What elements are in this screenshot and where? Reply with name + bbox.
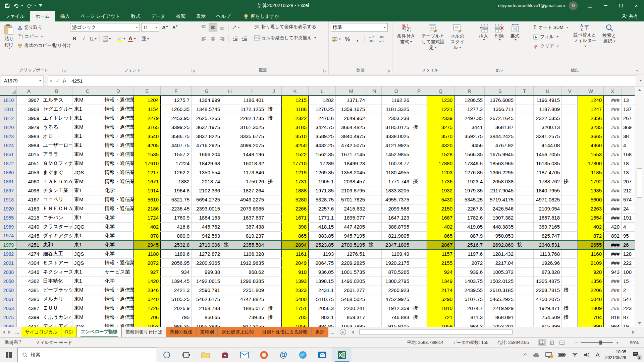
cell[interactable] xyxy=(411,150,427,159)
column-header-J[interactable]: J xyxy=(266,86,282,96)
cell[interactable]: 4060 xyxy=(17,177,41,186)
cell[interactable]: ### xyxy=(604,150,622,159)
cell[interactable]: 4245 xyxy=(17,231,41,240)
cell[interactable]: 1885.017 xyxy=(238,304,266,313)
cell[interactable]: 2453.95 xyxy=(161,114,192,123)
cell[interactable]: 5610 xyxy=(134,195,161,204)
cell[interactable]: ### xyxy=(604,177,622,186)
cell[interactable]: 13 xyxy=(622,168,635,177)
cell[interactable]: 1553 xyxy=(578,150,604,159)
cell[interactable]: 1557.2 xyxy=(161,150,192,159)
cell[interactable]: 1403.75 xyxy=(454,277,485,286)
cell[interactable]: 1840.7955 xyxy=(534,186,562,195)
cell[interactable]: 2056.3 xyxy=(309,304,336,313)
cell-styles-button[interactable]: セルのスタイル xyxy=(448,23,467,51)
cell[interactable] xyxy=(266,231,282,240)
cell[interactable]: 5400 xyxy=(282,295,309,304)
cell[interactable]: オロ xyxy=(41,132,72,141)
cell[interactable]: ### xyxy=(604,286,622,295)
cell[interactable]: 化学 xyxy=(103,240,134,249)
cell[interactable]: 4432.25 xyxy=(309,141,336,150)
cell[interactable]: ダイキアクシス xyxy=(41,231,72,240)
cell[interactable]: 1181.3325 xyxy=(382,105,411,114)
cell[interactable] xyxy=(516,286,534,295)
cell[interactable] xyxy=(367,150,382,159)
ime-indicator[interactable]: A xyxy=(596,352,599,358)
cell[interactable]: 5468.5025 xyxy=(336,295,367,304)
cell[interactable]: 2516.7 xyxy=(454,240,485,249)
cell[interactable]: 917.3055 xyxy=(238,322,266,327)
cell[interactable]: 情報・通信業 xyxy=(103,159,134,168)
cell[interactable]: 1492.0615 xyxy=(192,277,222,286)
cell[interactable] xyxy=(367,96,382,105)
cell[interactable]: 2174 xyxy=(427,286,454,295)
column-header-N[interactable]: N xyxy=(367,86,382,96)
cell[interactable] xyxy=(222,304,238,313)
conditional-formatting-button[interactable]: 条件付き書式 xyxy=(394,23,418,46)
cell[interactable] xyxy=(411,141,427,150)
cell[interactable]: 2347.1805 xyxy=(382,240,411,249)
cell[interactable]: 1907.382 xyxy=(485,213,516,222)
cell[interactable]: 222 xyxy=(622,258,635,267)
account-email[interactable]: dryyourtearswithlove1@gmail.com xyxy=(498,3,565,8)
cell[interactable]: 5105.25 xyxy=(161,295,192,304)
cell[interactable]: 883.85 xyxy=(309,231,336,240)
cell[interactable]: 4015 xyxy=(17,150,41,159)
cell[interactable] xyxy=(562,141,578,150)
cell[interactable]: ### xyxy=(604,123,622,132)
cell[interactable]: 168 xyxy=(622,150,635,159)
cell[interactable]: 細谷火工 xyxy=(41,249,72,258)
row-header[interactable]: 1820 xyxy=(0,123,17,132)
cell[interactable]: 情報・通信業 xyxy=(103,105,134,114)
cell[interactable]: 2393.0015 xyxy=(192,204,222,213)
cell[interactable] xyxy=(516,105,534,114)
maximize-button[interactable] xyxy=(613,0,629,11)
cell[interactable]: 3399.25 xyxy=(161,123,192,132)
cell[interactable]: 2013.74 xyxy=(192,177,222,186)
cell[interactable]: 2072 xyxy=(134,258,161,267)
cell[interactable]: 1932 xyxy=(427,186,454,195)
cell[interactable]: 865 xyxy=(427,231,454,240)
row-header[interactable]: 2001 xyxy=(0,258,17,267)
cell[interactable]: 887.9 xyxy=(454,231,485,240)
cell[interactable]: 1230 xyxy=(427,96,454,105)
cell[interactable]: 3441 xyxy=(454,123,485,132)
copy-dropdown-icon[interactable] xyxy=(41,36,43,37)
cell[interactable]: 818 xyxy=(604,313,622,322)
align-center-button[interactable] xyxy=(209,34,217,43)
delete-cells-button[interactable]: 削除 xyxy=(493,23,505,41)
column-header-T[interactable]: T xyxy=(516,86,534,96)
cell[interactable]: 999.38 xyxy=(192,267,222,277)
cell[interactable]: 1358.2045 xyxy=(336,168,367,177)
cell[interactable]: 13 xyxy=(622,96,635,105)
cell[interactable]: 2322.5355 xyxy=(534,114,562,123)
cell[interactable] xyxy=(222,249,238,258)
cell[interactable]: 1884.163 xyxy=(192,213,222,222)
row-header[interactable]: 1851 xyxy=(0,150,17,159)
cell[interactable]: 1154 xyxy=(134,105,161,114)
cell[interactable]: 1935 xyxy=(578,186,604,195)
cell[interactable]: 17880 xyxy=(427,159,454,168)
cell[interactable] xyxy=(516,249,534,258)
cell[interactable]: 接 xyxy=(562,177,578,186)
cell[interactable]: 4421 xyxy=(17,322,41,327)
cell[interactable]: 3589.25 xyxy=(309,132,336,141)
cell[interactable] xyxy=(222,141,238,150)
cell[interactable] xyxy=(516,313,534,322)
cell[interactable]: 2038.457 xyxy=(336,177,367,186)
cell[interactable]: 1905.1 xyxy=(309,177,336,186)
enter-formula-icon[interactable]: ✓ xyxy=(56,78,60,83)
cell[interactable]: 東1 xyxy=(72,231,103,240)
cell[interactable]: 4250 xyxy=(282,141,309,150)
cell[interactable]: 2109 xyxy=(578,258,604,267)
cell[interactable]: 942.563 xyxy=(192,231,222,240)
cell[interactable]: 1920.2175 xyxy=(382,258,411,267)
cell[interactable]: 4099.2075 xyxy=(238,141,266,150)
cell[interactable]: 1657.818 xyxy=(534,213,562,222)
undo-dropdown-icon[interactable] xyxy=(21,5,23,6)
cell[interactable]: 1448.196 xyxy=(238,150,266,159)
cell[interactable]: 1366.2295 xyxy=(485,168,516,177)
cell[interactable]: 2439.55 xyxy=(454,286,485,295)
cell[interactable]: 2426.546 xyxy=(485,204,516,213)
cell[interactable]: 15 xyxy=(622,277,635,286)
